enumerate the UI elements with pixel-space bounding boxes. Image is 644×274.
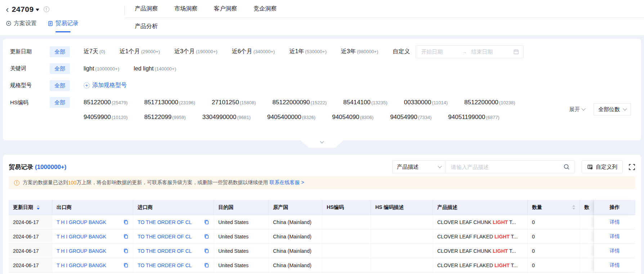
contact-support-link[interactable]: 联系在线客服 > xyxy=(269,179,304,186)
plan-id[interactable]: 24709 xyxy=(12,5,34,14)
end-date-input[interactable] xyxy=(470,48,508,55)
hs-code-option[interactable]: 8517130000(23196) xyxy=(144,95,195,110)
cell-origin: China (Mainland) xyxy=(269,258,322,272)
hs-code-option[interactable]: 85122000090(15222) xyxy=(272,95,327,110)
update-date-option-7d[interactable]: 近7天(0) xyxy=(84,48,105,55)
hs-code-option[interactable]: 94051199000(6877) xyxy=(448,110,499,125)
exporter-link[interactable]: T H I GROUP BANGK xyxy=(57,262,106,268)
hs-code-option[interactable]: 00330000(11014) xyxy=(404,95,448,110)
customize-columns-button[interactable]: 自定义列 xyxy=(582,160,623,173)
info-icon[interactable]: ! xyxy=(44,6,49,12)
sub-nav-product-analysis[interactable]: 产品分析 xyxy=(135,23,158,30)
option-count: (29000+) xyxy=(141,49,160,54)
plan-dropdown-icon[interactable] xyxy=(36,9,39,13)
importer-link[interactable]: TO THE ORDER OF CL xyxy=(138,219,192,225)
option-text: 近7天 xyxy=(84,48,98,54)
nav-tab-competitor-insight[interactable]: 竞企洞察 xyxy=(254,5,277,13)
hs-code-option[interactable]: 94054090(8306) xyxy=(332,110,374,125)
update-date-custom-label[interactable]: 自定义 xyxy=(393,48,410,55)
hs-code-option[interactable]: 8512200000(10238) xyxy=(464,95,515,110)
header-importer: 进口商 xyxy=(133,200,214,215)
clipboard-icon xyxy=(48,20,53,26)
copy-icon[interactable] xyxy=(120,234,129,239)
hs-code-option[interactable]: 94054990(7334) xyxy=(390,110,431,125)
nav-tab-customer-insight[interactable]: 客户洞察 xyxy=(214,5,237,13)
filter-label-spec: 规格型号 xyxy=(10,82,50,89)
header-product-desc: 产品描述 xyxy=(433,200,528,215)
hs-code-option[interactable]: 3304990000(9681) xyxy=(202,110,251,125)
cell-destination: United States xyxy=(214,258,269,272)
copy-icon[interactable] xyxy=(201,219,209,225)
start-date-input[interactable] xyxy=(420,48,458,55)
keyword-option-light[interactable]: light(1000000+) xyxy=(84,65,119,72)
collapse-filters-button[interactable] xyxy=(300,140,344,148)
exporter-link[interactable]: T H I GROUP BANGK xyxy=(57,219,106,225)
hs-code-option[interactable]: 85414100(13235) xyxy=(343,95,387,110)
copy-icon[interactable] xyxy=(201,262,209,268)
copy-icon[interactable] xyxy=(120,248,129,254)
search-type-select[interactable]: 产品描述 xyxy=(393,161,446,173)
hs-code-option[interactable]: 85122099(9959) xyxy=(144,110,185,125)
copy-icon[interactable] xyxy=(120,262,129,268)
cell-hs-code xyxy=(322,215,371,229)
copy-icon[interactable] xyxy=(120,219,129,225)
cell-exporter: T H I GROUP BANGK xyxy=(52,258,133,272)
tab-trade-records[interactable]: 贸易记录 xyxy=(48,14,79,32)
hs-code-option[interactable]: 85122000(25479) xyxy=(84,95,128,110)
header-label: 原产国 xyxy=(273,204,288,211)
search-icon[interactable] xyxy=(563,164,570,170)
sort-icon[interactable] xyxy=(572,205,575,210)
detail-link[interactable]: 详情 xyxy=(610,248,620,254)
copy-icon[interactable] xyxy=(201,248,209,254)
exporter-link[interactable]: T H I GROUP BANGK xyxy=(57,248,106,254)
update-date-option-3m[interactable]: 近3个月(190000+) xyxy=(174,48,218,55)
keyword-all-chip[interactable]: 全部 xyxy=(50,63,70,74)
detail-link[interactable]: 详情 xyxy=(610,262,620,269)
add-spec-button[interactable]: + 添加规格型号 xyxy=(84,82,127,89)
copy-icon[interactable] xyxy=(201,234,209,239)
update-date-all-chip[interactable]: 全部 xyxy=(50,46,70,57)
update-date-option-3y[interactable]: 近3年(980000+) xyxy=(341,48,379,55)
fullscreen-icon[interactable] xyxy=(629,164,635,170)
header-label: 产品描述 xyxy=(437,204,457,211)
insight-nav-tabs: 产品洞察 市场洞察 客户洞察 竞企洞察 xyxy=(125,0,644,18)
cell-origin: China (Mainland) xyxy=(269,244,322,258)
importer-link[interactable]: TO THE ORDER OF CL xyxy=(138,262,192,268)
digits-select[interactable]: 全部位数 xyxy=(594,103,631,115)
records-title: 贸易记录(1000000+) xyxy=(9,163,66,171)
importer-link[interactable]: TO THE ORDER OF CL xyxy=(138,234,192,239)
header-quantity[interactable]: 数量 xyxy=(528,200,580,215)
nav-tab-product-insight[interactable]: 产品洞察 xyxy=(135,5,158,13)
hs-code-option[interactable]: 9405400000(8326) xyxy=(267,110,316,125)
filter-row-hs-code: HS编码 全部 85122000(25479) 8517130000(23196… xyxy=(10,94,631,125)
product-text: CLOVER LEAF FLAKED LIGHT T... xyxy=(437,234,518,239)
header-update-date[interactable]: 更新日期 xyxy=(9,200,52,215)
sort-icon[interactable] xyxy=(37,205,40,210)
cell-importer: TO THE ORDER OF CL xyxy=(133,258,214,272)
cell-hs-code xyxy=(322,229,371,243)
hs-code-option[interactable]: 27101250(15808) xyxy=(212,95,256,110)
keyword-option-led-light[interactable]: led light(140000+) xyxy=(134,65,176,72)
spec-all-chip[interactable]: 全部 xyxy=(50,80,70,91)
search-input[interactable] xyxy=(450,164,563,170)
tab-plan-settings[interactable]: 方案设置 xyxy=(6,14,37,32)
trade-records-label: 贸易记录 xyxy=(55,20,79,27)
detail-link[interactable]: 详情 xyxy=(610,233,620,240)
cell-destination: United States xyxy=(214,244,269,258)
detail-link[interactable]: 详情 xyxy=(610,219,620,225)
banner-text-prefix: 方案的数据量已达到 xyxy=(23,179,68,186)
update-date-option-1y[interactable]: 近1年(530000+) xyxy=(289,48,327,55)
date-range-picker[interactable]: → xyxy=(416,45,524,58)
importer-link[interactable]: TO THE ORDER OF CL xyxy=(138,248,192,254)
nav-tab-market-insight[interactable]: 市场洞察 xyxy=(174,5,197,13)
option-count: (530000+) xyxy=(305,49,327,54)
update-date-option-1m[interactable]: 近1个月(29000+) xyxy=(120,48,160,55)
expand-toggle[interactable]: 展开 xyxy=(569,106,585,113)
back-icon[interactable]: ‹ xyxy=(6,5,9,13)
exporter-link[interactable]: T H I GROUP BANGK xyxy=(57,234,106,239)
hs-code-option[interactable]: 94059900(10120) xyxy=(84,110,128,125)
hs-code-count: (8326) xyxy=(302,115,316,120)
hs-all-chip[interactable]: 全部 xyxy=(50,97,70,108)
filter-label-hs-code: HS编码 xyxy=(10,97,50,108)
update-date-option-6m[interactable]: 近6个月(340000+) xyxy=(232,48,275,55)
